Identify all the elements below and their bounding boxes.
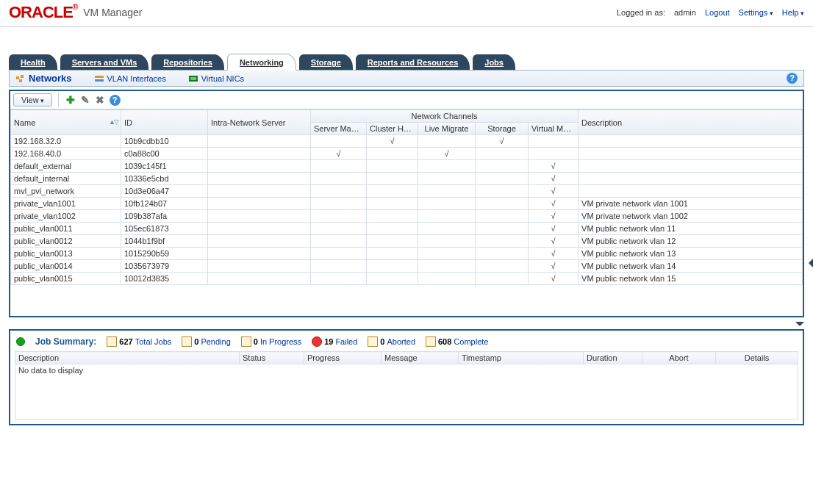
table-row[interactable]: public_vlan001510012d3835√VM public netw… (11, 273, 803, 285)
table-row[interactable]: default_external1039c145f1√ (11, 160, 803, 173)
stat-aborted[interactable]: 0Aborted (368, 336, 415, 347)
context-help-button[interactable]: ? (787, 73, 798, 84)
col-storage[interactable]: Storage (476, 123, 529, 135)
stat-total-jobs[interactable]: 627Total Jobs (107, 336, 171, 347)
cell-intra (208, 248, 311, 260)
col-live-migrate[interactable]: Live Migrate (418, 123, 476, 135)
cell-id: 10012d3835 (121, 273, 208, 285)
jobcol-message[interactable]: Message (382, 352, 459, 364)
cell-name: default_external (11, 160, 121, 173)
help-menu[interactable]: Help (782, 8, 804, 17)
tab-networking[interactable]: Networking (227, 54, 296, 71)
cell-id: 105ec61873 (121, 223, 208, 235)
cell-intra (208, 235, 311, 248)
toolbar-help-button[interactable]: ? (109, 94, 121, 106)
edit-button[interactable]: ✎ (79, 94, 91, 106)
table-row[interactable]: 192.168.40.0c0a88c00√√ (11, 148, 803, 160)
col-group-network-channels: Network Channels (311, 110, 579, 123)
cell-live-migrate (418, 173, 476, 185)
cell-live-migrate (418, 198, 476, 210)
cell-storage (476, 248, 529, 260)
jobcol-description[interactable]: Description (15, 352, 240, 364)
stat-in-progress[interactable]: 0In Progress (241, 336, 301, 347)
cell-storage (476, 160, 529, 173)
table-row[interactable]: private_vlan100110fb124b07√VM private ne… (11, 198, 803, 210)
stat-failed[interactable]: 19Failed (312, 336, 357, 347)
cell-id: 1015290b59 (121, 248, 208, 260)
cell-intra (208, 273, 311, 285)
separator (58, 93, 59, 107)
cell-storage (476, 198, 529, 210)
cell-live-migrate (418, 210, 476, 223)
cell-virtual-machine: √ (529, 185, 579, 198)
table-row[interactable]: mvl_pvi_network10d3e06a47√ (11, 185, 803, 198)
cell-cluster-heartbeat (367, 273, 418, 285)
stat-pending[interactable]: 0Pending (182, 336, 231, 347)
subtab-vlan-interfaces[interactable]: VLAN Interfaces (94, 74, 166, 83)
table-row[interactable]: public_vlan00121044b1f9bf√VM public netw… (11, 235, 803, 248)
cell-storage (476, 148, 529, 160)
cell-live-migrate (418, 223, 476, 235)
cell-cluster-heartbeat (367, 210, 418, 223)
col-name[interactable]: Name▲▽ (11, 110, 121, 135)
cell-description (579, 185, 803, 198)
settings-menu[interactable]: Settings (739, 8, 773, 17)
tab-repositories[interactable]: Repositories (151, 54, 224, 70)
brand-logo: ORACLE® (9, 3, 77, 22)
cell-intra (208, 185, 311, 198)
cell-name: 192.168.32.0 (11, 135, 121, 148)
svg-rect-2 (19, 79, 22, 82)
cell-storage (476, 235, 529, 248)
add-button[interactable]: ✚ (65, 94, 76, 106)
cell-description (579, 160, 803, 173)
help-icon: ? (110, 95, 121, 106)
col-description[interactable]: Description (579, 110, 803, 135)
table-row[interactable]: public_vlan0011105ec61873√VM public netw… (11, 223, 803, 235)
cell-name: 192.168.40.0 (11, 148, 121, 160)
jobcol-status[interactable]: Status (240, 352, 304, 364)
svg-rect-3 (95, 76, 104, 78)
table-row[interactable]: default_internal10336e5cbd√ (11, 173, 803, 185)
col-virtual-machine[interactable]: Virtual Machine (529, 123, 579, 135)
cell-storage (476, 260, 529, 273)
cell-description: VM public network vlan 13 (579, 248, 803, 260)
cell-cluster-heartbeat (367, 148, 418, 160)
jobcol-abort[interactable]: Abort (642, 352, 716, 364)
table-row[interactable]: public_vlan00141035673979√VM public netw… (11, 260, 803, 273)
table-row[interactable]: private_vlan1002109b387afa√VM private ne… (11, 210, 803, 223)
col-intra-network-server[interactable]: Intra-Network Server (208, 110, 311, 135)
cell-live-migrate (418, 273, 476, 285)
tab-reports-and-resources[interactable]: Reports and Resources (356, 54, 470, 70)
logout-link[interactable]: Logout (705, 8, 730, 17)
cell-server-management (311, 235, 367, 248)
cell-id: 10b9cdbb10 (121, 135, 208, 148)
col-id[interactable]: ID (121, 110, 208, 135)
subtab-networks[interactable]: Networks (15, 73, 72, 84)
table-row[interactable]: 192.168.32.010b9cdbb10√√ (11, 135, 803, 148)
cell-storage (476, 185, 529, 198)
tab-jobs[interactable]: Jobs (473, 54, 515, 70)
cell-id: 1039c145f1 (121, 160, 208, 173)
main-tabs: HealthServers and VMsRepositoriesNetwork… (9, 54, 804, 71)
delete-button[interactable]: ✖ (94, 94, 106, 106)
col-server-management[interactable]: Server Management (311, 123, 367, 135)
jobcol-timestamp[interactable]: Timestamp (459, 352, 584, 364)
col-cluster-heartbeat[interactable]: Cluster Heartbeat (367, 123, 418, 135)
cell-server-management (311, 210, 367, 223)
splitter-handle[interactable] (795, 322, 804, 326)
cell-cluster-heartbeat (367, 260, 418, 273)
tab-health[interactable]: Health (9, 54, 57, 70)
subtab-virtual-nics[interactable]: Virtual NICs (188, 74, 244, 83)
jobcol-duration[interactable]: Duration (584, 352, 642, 364)
table-row[interactable]: public_vlan00131015290b59√VM public netw… (11, 248, 803, 260)
jobcol-details[interactable]: Details (716, 352, 798, 364)
cell-name: default_internal (11, 173, 121, 185)
cell-description (579, 148, 803, 160)
tab-servers-and-vms[interactable]: Servers and VMs (60, 54, 149, 70)
tab-storage[interactable]: Storage (299, 54, 353, 70)
horizontal-scrollbar[interactable] (10, 306, 803, 316)
panel-collapse-handle[interactable] (809, 259, 813, 267)
stat-complete[interactable]: 608Complete (426, 336, 488, 347)
jobcol-progress[interactable]: Progress (304, 352, 382, 364)
view-menu-button[interactable]: View (13, 93, 52, 107)
